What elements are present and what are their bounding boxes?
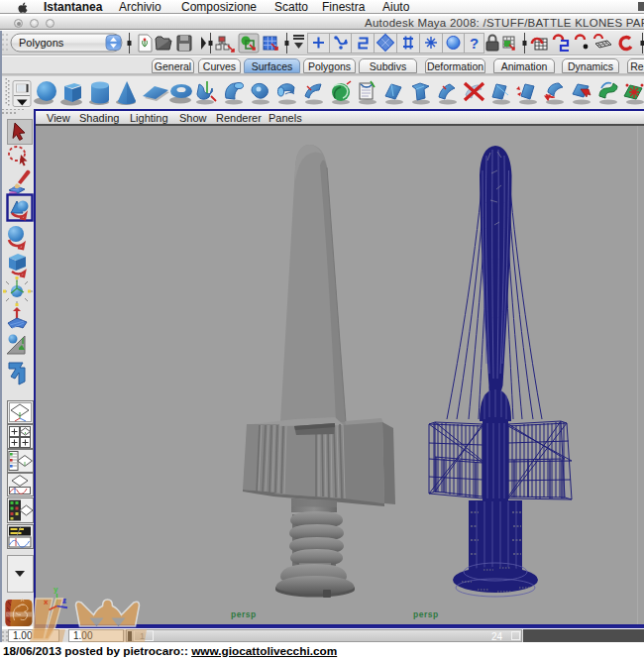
svg-text:x: x [44, 597, 49, 605]
svg-text:?: ? [470, 35, 479, 52]
svg-text:y: y [54, 585, 58, 594]
svg-text:persp: persp [413, 609, 439, 619]
svg-text:z: z [62, 596, 66, 605]
svg-text:Polygons: Polygons [19, 37, 64, 49]
svg-text:persp: persp [231, 609, 257, 619]
